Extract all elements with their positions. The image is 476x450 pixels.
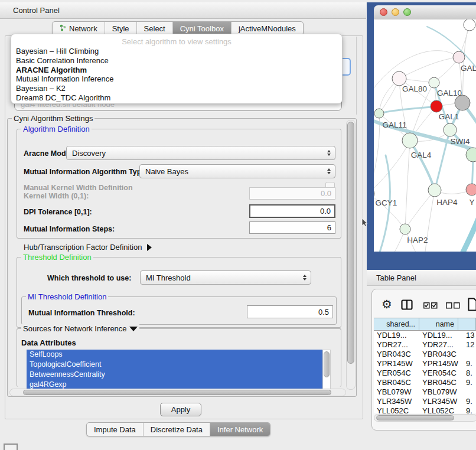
- network-node-swi4[interactable]: [444, 123, 457, 136]
- table-cell: YPR145W: [374, 359, 419, 369]
- algorithm-option-basic-correlation-inference[interactable]: Basic Correlation Inference: [11, 56, 342, 66]
- network-canvas[interactable]: GALGAL80GAL10GAL1GAL11SWI4GAL4GCY1HAP4YH…: [374, 19, 476, 252]
- table-row[interactable]: YLL052CYLL052C9.: [374, 406, 476, 413]
- which-threshold-combobox[interactable]: MI Threshold: [140, 270, 311, 285]
- table-cell: YBR045C: [374, 378, 419, 387]
- tab-label: Style: [112, 24, 129, 33]
- network-node-gal11[interactable]: [374, 109, 384, 118]
- zoom-traffic-light-icon[interactable]: [403, 8, 411, 16]
- network-node-label: Y: [469, 198, 474, 207]
- table-row[interactable]: YBL079WYBL079W: [374, 387, 476, 397]
- attributes-scrollbar[interactable]: [322, 350, 331, 391]
- data-attribute-selfloops[interactable]: SelfLoops: [27, 350, 322, 360]
- close-traffic-light-icon[interactable]: [380, 8, 387, 16]
- table-cell: YDR27...: [419, 340, 458, 350]
- table-body: YDL19...YDL19...13YDR27...YDR27...12YBR0…: [374, 331, 476, 413]
- network-window-titlebar[interactable]: [374, 5, 476, 20]
- tab-jactivemnodules[interactable]: jActiveMNodules: [231, 22, 303, 35]
- mi-threshold-input[interactable]: 0.5: [247, 305, 333, 318]
- collapsed-arrow-icon: [147, 244, 152, 251]
- mi-threshold-value: 0.5: [318, 308, 329, 317]
- tab-discretize-data[interactable]: Discretize Data: [143, 423, 210, 436]
- network-node-gal4[interactable]: [402, 133, 418, 148]
- mi-algorithm-type-combobox[interactable]: Naive Bayes: [139, 164, 335, 178]
- table-row[interactable]: YER054CYER054C8.: [374, 369, 476, 378]
- network-node-label: HAP4: [436, 198, 458, 207]
- tab-label: Cyni Toolbox: [180, 24, 224, 33]
- data-attributes-list[interactable]: SelfLoopsTopologicalCoefficientBetweenne…: [27, 350, 322, 390]
- tab-select[interactable]: Select: [136, 22, 172, 35]
- column-header-shared[interactable]: shared...: [374, 318, 419, 330]
- kernel-width-label: Kernel Width (0,1):: [24, 192, 89, 200]
- minimize-traffic-light-icon[interactable]: [392, 8, 399, 16]
- docked-panel-icon[interactable]: [4, 444, 18, 450]
- apply-button[interactable]: Apply: [160, 403, 201, 416]
- spinner-arrows-icon: [303, 275, 307, 281]
- table-horizontal-scrollbar[interactable]: [374, 414, 476, 422]
- settings-vertical-scrollbar[interactable]: [346, 120, 356, 390]
- network-node-gal80[interactable]: [392, 71, 406, 86]
- data-attribute-topologicalcoefficient[interactable]: TopologicalCoefficient: [27, 360, 322, 370]
- tab-label: Infer Network: [217, 425, 263, 434]
- aracne-mode-combobox[interactable]: Discovery: [66, 146, 335, 160]
- algorithm-option-mutual-information-inference[interactable]: Mutual Information Inference: [11, 74, 342, 84]
- network-node-gal[interactable]: [453, 51, 465, 63]
- select-all-checkboxes-icon[interactable]: [423, 302, 438, 309]
- network-node-label: HAP2: [407, 236, 428, 244]
- bottom-tabbar: Impute DataDiscretize DataInfer Network: [86, 422, 270, 436]
- table-cell: YLR345W: [374, 397, 419, 406]
- table-row[interactable]: YDL19...YDL19...13: [374, 331, 476, 340]
- tab-impute-data[interactable]: Impute Data: [87, 423, 143, 436]
- tab-label: Network: [69, 24, 97, 33]
- table-cell: 9.: [458, 406, 476, 413]
- network-edge: [410, 141, 435, 190]
- network-node[interactable]: [464, 19, 475, 31]
- tab-infer-network[interactable]: Infer Network: [210, 423, 270, 436]
- algorithm-option-bayesian-hill-climbing[interactable]: Bayesian – Hill Climbing: [11, 47, 342, 56]
- mi-algorithm-type-label: Mutual Information Algorithm Type:: [24, 168, 148, 176]
- deselect-all-checkboxes-icon[interactable]: [446, 302, 460, 309]
- settings-horizontal-scrollbar[interactable]: [9, 389, 346, 396]
- network-edge: [448, 214, 476, 252]
- tab-network[interactable]: Network: [53, 22, 105, 35]
- network-node-label: GAL1: [439, 112, 459, 121]
- table-cell: YLL052C: [374, 406, 419, 413]
- table-row[interactable]: YBR043CYBR043C: [374, 350, 476, 359]
- network-node-gal1[interactable]: [431, 100, 442, 112]
- network-edge: [405, 190, 435, 229]
- split-columns-icon[interactable]: [401, 299, 413, 310]
- table-row[interactable]: YDR27...YDR27...12: [374, 340, 476, 350]
- algorithm-option-bayesian-k2[interactable]: Bayesian – K2: [11, 84, 342, 93]
- algorithm-option-aracne-algorithm[interactable]: ARACNE Algorithm: [11, 66, 342, 75]
- hub-definition-toggle[interactable]: Hub/Transcription Factor Definition: [24, 243, 152, 252]
- table-cell: YLL052C: [419, 406, 458, 413]
- mouse-cursor: [361, 219, 369, 228]
- control-panel-title: Control Panel: [13, 6, 60, 15]
- sources-toggle[interactable]: Sources for Network Inference: [21, 324, 139, 333]
- mi-steps-input[interactable]: 6: [249, 221, 335, 234]
- network-node-y[interactable]: [466, 184, 476, 195]
- dpi-tolerance-input[interactable]: 0.0: [249, 204, 335, 218]
- table-cell: 9.: [458, 359, 476, 369]
- algorithm-option-dream8-dc-tdc-algorithm[interactable]: Dream8 DC_TDC Algorithm: [11, 93, 342, 103]
- table-row[interactable]: YPR145WYPR145W9.: [374, 359, 476, 369]
- column-header-2[interactable]: [458, 318, 476, 330]
- table-row[interactable]: YLR345WYLR345W9.: [374, 397, 476, 406]
- kernel-width-input[interactable]: 0.0: [249, 187, 335, 200]
- table-row[interactable]: YBR045CYBR045C9.: [374, 378, 476, 387]
- column-header-name[interactable]: name: [419, 318, 458, 330]
- which-threshold-value: MI Threshold: [146, 273, 191, 282]
- table-cell: YLR345W: [419, 397, 458, 406]
- table-cell: YBR043C: [419, 350, 458, 359]
- network-node-gal10[interactable]: [429, 77, 439, 88]
- data-attribute-betweennesscentrality[interactable]: BetweennessCentrality: [27, 370, 322, 380]
- table-cell: YDL19...: [419, 331, 458, 340]
- gear-icon[interactable]: ⚙: [382, 297, 392, 311]
- algorithm-dropdown-popup: Select algorithm to view settings Bayesi…: [11, 34, 343, 104]
- network-node-hap4[interactable]: [428, 184, 441, 197]
- document-icon[interactable]: [468, 298, 476, 312]
- network-node-hap2[interactable]: [400, 224, 410, 234]
- tab-cyni-toolbox[interactable]: Cyni Toolbox: [172, 22, 231, 35]
- screenshot-root: Control Panel ✕ NetworkStyleSelectCyni T…: [0, 0, 476, 450]
- tab-style[interactable]: Style: [105, 22, 136, 35]
